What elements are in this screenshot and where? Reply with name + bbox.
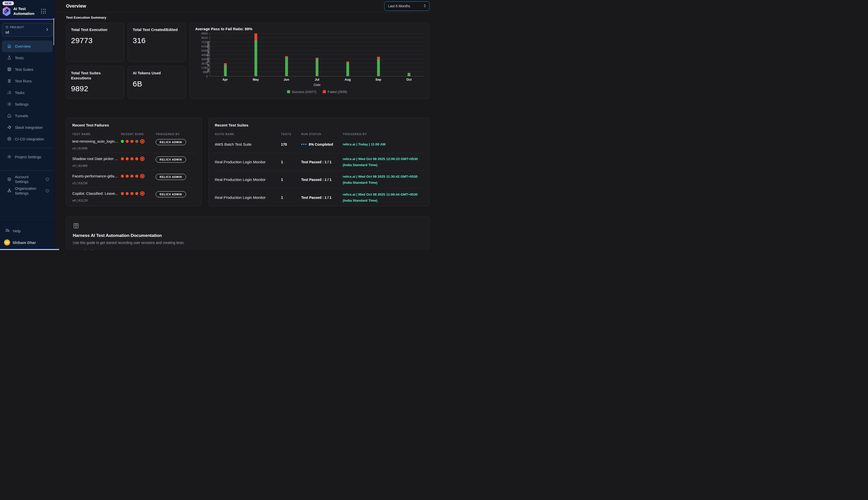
triggered-by-button[interactable]: RELICX ADMIN xyxy=(156,157,186,162)
x-tick-label: Apr xyxy=(210,78,241,81)
x-tick-label: Jun xyxy=(271,78,302,81)
test-name[interactable]: Facets-performance-gitla... xyxy=(72,174,121,178)
stat-value: 29773 xyxy=(71,36,119,45)
x-tick-label: Sep xyxy=(363,78,394,81)
suite-triggered-by-link[interactable]: relicx.ai | Wed Oct 08 2025 12:00:23 GMT… xyxy=(343,156,423,168)
suite-row[interactable]: AWS Batch Test Suite1708% Completedrelic… xyxy=(215,136,423,153)
success-bar-may xyxy=(255,40,257,76)
suite-name[interactable]: Real Production Login Monitor xyxy=(215,178,281,182)
failure-row[interactable]: test-removing_auto_login...v4 | 81996REL… xyxy=(72,136,196,153)
y-tick-label: 2670 xyxy=(201,62,208,65)
suite-row[interactable]: Real Production Login Monitor1Test Passe… xyxy=(215,189,423,206)
sidebar-item-test-suites[interactable]: Test Suites xyxy=(2,64,52,75)
chart-x-ticks: AprMayJunJulAugSepOct xyxy=(210,76,424,83)
project-selector[interactable]: PROJECT sd xyxy=(2,23,52,36)
sidebar-scrollbar[interactable] xyxy=(54,18,54,45)
bar-group-may xyxy=(241,34,271,76)
run-dot-brown-icon[interactable] xyxy=(135,140,138,143)
run-dot-red-icon[interactable] xyxy=(121,175,124,178)
docs-subtitle: Use this guide to get started recording … xyxy=(73,241,423,245)
failed-bar-jul xyxy=(316,58,318,59)
legend-swatch-icon xyxy=(287,90,290,93)
run-dot-red-icon[interactable] xyxy=(130,175,133,178)
app-title: AI Test Automation xyxy=(13,7,41,16)
chart-legend: Success (24377)Failed (2939) xyxy=(210,88,424,95)
test-name[interactable]: Copilot: Classified: Leave... xyxy=(72,191,121,195)
triggered-by-button[interactable]: RELICX ADMIN xyxy=(156,174,186,180)
run-status: 8% Completed xyxy=(301,143,343,146)
tasks-icon xyxy=(7,90,12,95)
sidebar-item-overview[interactable]: Overview xyxy=(2,41,52,52)
suite-tests-count: 1 xyxy=(281,178,301,182)
run-dot-red-icon[interactable] xyxy=(121,157,124,160)
failure-row[interactable]: Facets-performance-gitla...v3 | 63238REL… xyxy=(72,170,196,188)
run-dot-red-icon[interactable] xyxy=(126,175,129,178)
sidebar-item-label: Organization Settings xyxy=(15,186,42,196)
user-menu[interactable]: SD Shibam Dhar xyxy=(0,236,55,249)
triggered-by-button[interactable]: RELICX ADMIN xyxy=(156,139,186,145)
column-header: RECENT RUNS xyxy=(121,133,156,136)
column-header: TEST NAME xyxy=(72,133,121,136)
latest-run-ring-icon[interactable] xyxy=(141,140,143,143)
run-dot-red-icon[interactable] xyxy=(126,157,129,160)
failure-row[interactable]: Shadow root Date picker ...v0 | 81466REL… xyxy=(72,153,196,170)
go-to-docs-link[interactable]: Go to the docs → xyxy=(73,249,103,250)
test-name[interactable]: Shadow root Date picker ... xyxy=(72,157,121,161)
sidebar-item-tests[interactable]: Tests xyxy=(2,52,52,64)
info-icon[interactable] xyxy=(45,177,49,182)
app-logo-icon xyxy=(2,6,11,16)
suite-name[interactable]: AWS Batch Test Suite xyxy=(215,142,281,146)
suite-row[interactable]: Real Production Login Monitor1Test Passe… xyxy=(215,153,423,171)
suite-triggered-by-link[interactable]: relicx.ai | Wed Oct 08 2025 11:30:42 GMT… xyxy=(343,174,423,185)
run-dot-red-icon[interactable] xyxy=(130,140,133,143)
failure-row[interactable]: Copilot: Classified: Leave...v6 | 63129R… xyxy=(72,188,196,205)
sidebar-item-tasks[interactable]: Tasks xyxy=(2,87,52,99)
test-name[interactable]: test-removing_auto_login... xyxy=(72,139,121,144)
legend-label: Failed (2939) xyxy=(328,90,347,94)
run-dot-red-icon[interactable] xyxy=(135,192,138,195)
run-dot-red-icon[interactable] xyxy=(135,175,138,178)
latest-run-ring-icon[interactable] xyxy=(141,175,143,177)
pass-fail-chart-card: Average Pass to Fail Ratio: 89% No. of T… xyxy=(190,23,430,99)
suite-name[interactable]: Real Production Login Monitor xyxy=(215,195,281,200)
info-icon[interactable] xyxy=(45,189,49,194)
run-dot-red-icon[interactable] xyxy=(130,157,133,160)
run-dot-red-icon[interactable] xyxy=(126,140,129,143)
chart-x-axis-label: Date xyxy=(210,83,424,88)
recent-runs xyxy=(121,175,156,178)
sidebar-item-organization-settings[interactable]: Organization Settings xyxy=(2,185,52,197)
stat-card-ai-tokens-used: AI Tokens Used6B xyxy=(128,66,186,99)
run-dot-red-icon[interactable] xyxy=(121,192,124,195)
sidebar-item-account-settings[interactable]: Account Settings xyxy=(2,174,52,185)
column-header: TRIGGERED BY xyxy=(156,133,196,136)
sidebar-item-test-runs[interactable]: Test Runs xyxy=(2,75,52,87)
sidebar-item-settings[interactable]: Settings xyxy=(2,99,52,110)
apps-grid-icon[interactable] xyxy=(41,9,46,14)
run-dot-red-icon[interactable] xyxy=(130,192,133,195)
run-status: Test Passed : 1 / 1 xyxy=(301,178,343,182)
suite-triggered-by-link[interactable]: relicx.ai | Wed Oct 08 2025 11:00:44 GMT… xyxy=(343,192,423,203)
sidebar: NEW AI Test Automation xyxy=(0,0,55,250)
sidebar-item-slack-integration[interactable]: Slack integration xyxy=(2,122,52,133)
run-dot-red-icon[interactable] xyxy=(126,192,129,195)
sidebar-item-project-settings[interactable]: Project Settings xyxy=(2,151,52,163)
latest-run-ring-icon[interactable] xyxy=(141,158,143,160)
latest-run-ring-icon[interactable] xyxy=(141,193,143,195)
run-dot-red-icon[interactable] xyxy=(135,157,138,160)
run-dot-green-icon[interactable] xyxy=(121,140,124,143)
failed-bar-sep xyxy=(377,57,380,59)
bar-group-jul xyxy=(302,34,333,76)
triggered-by-button[interactable]: RELICX ADMIN xyxy=(156,191,186,197)
sidebar-item-ci-cd-integration[interactable]: CI-CD integration xyxy=(2,133,52,145)
new-badge: NEW xyxy=(2,1,14,5)
stat-label: Total Test Created/Edited xyxy=(133,27,181,32)
sidebar-divider xyxy=(0,170,55,171)
suite-triggered-by-link[interactable]: relicx.ai | Today | 11:00 AM xyxy=(343,141,423,147)
date-range-select[interactable]: Last 6 Months xyxy=(384,1,430,11)
sidebar-item-help[interactable]: Help xyxy=(0,225,55,236)
suite-row[interactable]: Real Production Login Monitor1Test Passe… xyxy=(215,171,423,189)
flask-icon xyxy=(7,55,12,61)
sidebar-item-label: Settings xyxy=(15,102,49,107)
suite-name[interactable]: Real Production Login Monitor xyxy=(215,160,281,164)
sidebar-item-tunnels[interactable]: Tunnels xyxy=(2,110,52,122)
